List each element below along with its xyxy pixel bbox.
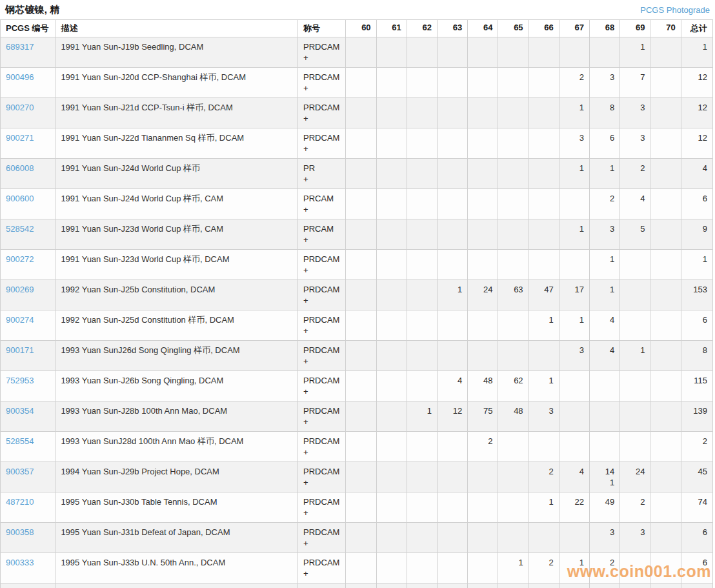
grade-cell-63 [438, 553, 468, 583]
grade-cell-70 [650, 250, 681, 280]
grade-cell-66 [529, 128, 559, 159]
grade-cell-60 [346, 523, 376, 553]
grade-cell-67: 1 [559, 219, 589, 250]
pcgs-number-link[interactable]: 606008 [6, 163, 34, 173]
designation-cell: PRDCAM + [298, 250, 346, 280]
grade-cell-60 [346, 401, 376, 432]
pcgs-number-link[interactable]: 900496 [6, 72, 34, 82]
grade-cell-63 [438, 523, 468, 553]
grade-cell-64 [468, 553, 498, 583]
grade-cell-61 [376, 432, 407, 462]
grade-cell-64 [468, 583, 498, 588]
grade-cell-61 [376, 310, 407, 341]
pcgs-number-link[interactable]: 528554 [6, 436, 34, 446]
grade-cell-64 [468, 98, 498, 128]
grade-cell-68 [590, 432, 620, 462]
total-cell: 12 [681, 98, 712, 128]
grade-cell-60 [346, 128, 376, 159]
grade-cell-65 [498, 492, 529, 523]
grade-cell-65 [498, 583, 529, 588]
grade-cell-63 [438, 341, 468, 371]
pcgs-number-link[interactable]: 900272 [6, 254, 34, 264]
pcgs-number-link[interactable]: 487210 [6, 497, 34, 507]
designation-cell: PRDCAM + [298, 432, 346, 462]
grade-cell-69 [620, 310, 650, 341]
table-row: 9004961991 Yuan Sun-J20d CCP-Shanghai 样币… [1, 68, 713, 98]
grade-cell-60 [346, 462, 376, 492]
pcgs-number-link[interactable]: 900270 [6, 103, 34, 112]
pcgs-number-link[interactable]: 900271 [6, 133, 34, 143]
grade-cell-64: 75 [468, 401, 498, 432]
grade-cell-67: 4 [559, 462, 589, 492]
grade-cell-65 [498, 98, 529, 128]
pcgs-number-link[interactable]: 900354 [6, 406, 34, 416]
pcgs-number-link[interactable]: 752953 [6, 376, 34, 385]
pcgs-number-link[interactable]: 528542 [6, 224, 34, 234]
grade-cell-70 [650, 159, 681, 189]
total-cell: 1 [681, 250, 712, 280]
coin-description: 1991 Yuan Sun-J24d World Cup 样币, CAM [55, 189, 298, 219]
grade-cell-68: 3 [590, 523, 620, 553]
pcgs-number-link[interactable]: 900600 [6, 194, 34, 203]
column-header-64: 64 [468, 20, 498, 37]
grade-cell-69: 4 [620, 189, 650, 219]
coin-description: 1995 Yuan Sun-J33b U.N. 50th Ann., DCAM [55, 553, 298, 583]
grade-cell-60 [346, 371, 376, 401]
grade-cell-62 [407, 250, 437, 280]
grade-cell-66: 3 [529, 401, 559, 432]
pcgs-number-link[interactable]: 900269 [6, 285, 34, 294]
pcgs-number-link[interactable]: 900274 [6, 315, 34, 325]
grade-cell-65 [498, 128, 529, 159]
pcgs-number-link[interactable]: 900357 [6, 467, 34, 476]
grade-cell-69: 3 [620, 523, 650, 553]
total-cell: 4 [681, 159, 712, 189]
pcgs-number-link[interactable]: 900333 [6, 558, 34, 567]
grade-cell-61 [376, 583, 407, 588]
pcgs-number-link[interactable]: 900358 [6, 527, 34, 537]
column-header-61: 61 [376, 20, 407, 37]
grade-cell-66 [529, 523, 559, 553]
total-cell: 7 [681, 583, 712, 588]
pcgs-number-cell: 528554 [1, 432, 55, 462]
pcgs-number-link[interactable]: 689317 [6, 42, 34, 52]
pcgs-number-link[interactable]: 900171 [6, 345, 34, 355]
coin-description: 1993 Yuan Sun-J26b Song Qingling, DCAM [55, 371, 298, 401]
grade-cell-68: 1 [590, 280, 620, 310]
grade-cell-68 [590, 37, 620, 68]
pcgs-number-cell: 900600 [1, 189, 55, 219]
grade-cell-70 [650, 583, 681, 588]
grade-cell-64 [468, 128, 498, 159]
table-row: 9001711993 Yuan SunJ26d Song Qingling 样币… [1, 341, 713, 371]
grade-cell-69: 24 [620, 462, 650, 492]
top-bar: 钢芯镀镍, 精 PCGS Photograde [0, 0, 715, 19]
grade-cell-61 [376, 250, 407, 280]
grade-cell-61 [376, 371, 407, 401]
grade-cell-70 [650, 371, 681, 401]
designation-cell: PR + [298, 159, 346, 189]
grade-cell-66: 1 [529, 310, 559, 341]
designation-cell: PRDCAM + [298, 68, 346, 98]
grade-cell-69: 1 [620, 341, 650, 371]
grade-cell-62 [407, 68, 437, 98]
grade-cell-61 [376, 98, 407, 128]
designation-cell: PRDCAM + [298, 280, 346, 310]
grade-cell-60 [346, 68, 376, 98]
grade-cell-66: 2 [529, 553, 559, 583]
grade-cell-70 [650, 462, 681, 492]
column-header-designation: 称号 [298, 20, 346, 37]
grade-cell-65: 63 [498, 280, 529, 310]
grade-cell-62 [407, 37, 437, 68]
coin-description: 1995 Yuan Sun-J30b Table Tennis, DCAM [55, 492, 298, 523]
grade-cell-60 [346, 310, 376, 341]
pcgs-photograde-link[interactable]: PCGS Photograde [640, 5, 710, 15]
grade-cell-63 [438, 68, 468, 98]
grade-cell-68: 14 1 [590, 462, 620, 492]
pcgs-number-cell: 528542 [1, 219, 55, 250]
total-cell: 6 [681, 310, 712, 341]
table-row: 4872101995 Yuan Sun-J30b Table Tennis, D… [1, 492, 713, 523]
total-cell: 6 [681, 523, 712, 553]
grade-cell-66 [529, 189, 559, 219]
grade-cell-66: 47 [529, 280, 559, 310]
grade-cell-63 [438, 37, 468, 68]
column-header-total: 总计 [681, 20, 712, 37]
